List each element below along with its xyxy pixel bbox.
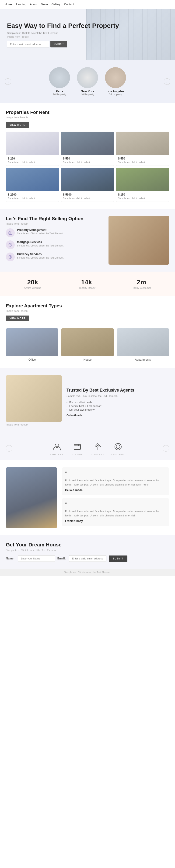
properties-rent-view-more[interactable]: VIEW MORE bbox=[6, 122, 29, 128]
stat-award-label: Award Winning bbox=[24, 286, 41, 289]
nav-gallery[interactable]: Gallery bbox=[52, 3, 60, 6]
keys-image bbox=[108, 216, 169, 265]
property-mgmt-icon bbox=[6, 228, 15, 237]
apt-apartments-name: Appartments bbox=[117, 358, 169, 361]
logos-next-button[interactable]: › bbox=[162, 445, 169, 452]
cities-prev-button[interactable]: ‹ bbox=[5, 79, 11, 85]
review-card-2: “ Proin sed libero enim sed faucibus tur… bbox=[62, 498, 169, 526]
property-price-2: $ 550 bbox=[63, 157, 112, 160]
trusted-image-from: Image from Freepik bbox=[6, 423, 62, 426]
logo-3: CONTENT bbox=[91, 441, 104, 456]
property-card-6[interactable]: $ 150 Sample text click to select bbox=[116, 168, 169, 202]
apt-office[interactable]: Office bbox=[6, 328, 58, 361]
explore-view-more[interactable]: VIEW MORE bbox=[6, 315, 29, 321]
city-losangeles: Los Angeles 34 property bbox=[105, 67, 126, 96]
dream-email-label: Email: bbox=[57, 557, 66, 560]
property-img-1 bbox=[6, 132, 59, 155]
cities-list: Paris 10 Property New York 46 Property L… bbox=[11, 67, 164, 96]
logos-prev-button[interactable]: ‹ bbox=[6, 445, 12, 452]
property-card-4[interactable]: $ 2500 Sample text click to select bbox=[6, 168, 59, 202]
nav-about[interactable]: About bbox=[30, 3, 37, 6]
hero-submit-button[interactable]: SUBMIT bbox=[50, 41, 67, 48]
logos-section: ‹ CONTENT CONTENT CONTENT bbox=[0, 436, 175, 460]
city-losangeles-count: 34 property bbox=[105, 93, 126, 96]
city-newyork-image bbox=[77, 67, 98, 88]
property-body-2: $ 550 Sample text click to select bbox=[61, 155, 114, 165]
dream-name-input[interactable] bbox=[18, 555, 55, 562]
apt-apartments[interactable]: Appartments bbox=[117, 328, 169, 361]
hero-text: Easy Way to Find a Perfect Property Samp… bbox=[7, 22, 168, 48]
service-mortgage-text: Mortgage Services Sample text. Click to … bbox=[17, 241, 64, 247]
trusted-list: Find excellent deals Friendly host & Fas… bbox=[67, 400, 134, 411]
explore-image-from: Image from Freepik bbox=[6, 309, 169, 312]
city-paris-count: 10 Property bbox=[49, 93, 70, 96]
property-grid: $ 250 Sample text click to select $ 550 … bbox=[6, 132, 169, 202]
trusted-author: Celia Almeda bbox=[67, 414, 134, 417]
stat-property-value: 14k bbox=[77, 279, 95, 286]
svg-rect-3 bbox=[74, 444, 80, 450]
properties-rent-title: Properties For Rent bbox=[6, 110, 169, 115]
logo-label-2: CONTENT bbox=[71, 454, 84, 456]
stat-customer-value: 2m bbox=[132, 279, 151, 286]
stat-customer-label: Happy Customer bbox=[132, 286, 151, 289]
selling-title: Let's Find The Right Selling Option bbox=[6, 216, 104, 221]
service-mortgage: Mortgage Services Sample text. Click to … bbox=[6, 241, 104, 249]
reviewer-name-2: Frank Kinney bbox=[65, 520, 166, 523]
service-property-mgmt-desc: Sample text. Click to select the Text El… bbox=[17, 232, 64, 235]
logo-icon-2 bbox=[71, 441, 83, 453]
property-price-6: $ 150 bbox=[118, 193, 167, 196]
city-newyork-count: 46 Property bbox=[77, 93, 98, 96]
nav-landing[interactable]: Landing bbox=[16, 3, 26, 6]
dream-email-input[interactable] bbox=[69, 555, 106, 562]
city-paris-name: Paris bbox=[49, 90, 70, 93]
city-newyork-name: New York bbox=[77, 90, 98, 93]
selling-right-image bbox=[108, 216, 169, 265]
mortgage-icon bbox=[6, 241, 15, 249]
property-desc-1: Sample text click to select bbox=[8, 161, 57, 164]
stat-property: 14k Property Ready bbox=[77, 279, 95, 289]
city-losangeles-name: Los Angeles bbox=[105, 90, 126, 93]
property-card-5[interactable]: $ 5600 Sample rext click to select bbox=[61, 168, 114, 202]
trusted-title: Trusted By Best Exclusive Agents bbox=[67, 388, 134, 393]
logos-list: CONTENT CONTENT CONTENT bbox=[12, 441, 162, 456]
property-body-4: $ 2500 Sample text click to select bbox=[6, 191, 59, 202]
properties-rent-section: Properties For Rent Image from Freepik V… bbox=[0, 103, 175, 209]
dream-form: Name: Email: SUBMIT bbox=[6, 555, 169, 562]
trusted-list-item-2: Friendly host & Fast support bbox=[67, 404, 134, 408]
stat-award-value: 20k bbox=[24, 279, 41, 286]
nav-team[interactable]: Team bbox=[41, 3, 48, 6]
logo-label-1: CONTENT bbox=[50, 454, 64, 456]
trusted-list-item-3: List your own property bbox=[67, 408, 134, 411]
hero-section: Easy Way to Find a Perfect Property Samp… bbox=[0, 9, 175, 60]
stat-property-label: Property Ready bbox=[77, 286, 95, 289]
properties-rent-image-from: Image from Freepik bbox=[6, 116, 169, 119]
apt-house-name: House bbox=[61, 358, 114, 361]
property-img-3 bbox=[116, 132, 169, 155]
property-body-3: $ 550 Sample text click to select bbox=[116, 155, 169, 165]
city-losangeles-image bbox=[105, 67, 126, 88]
nav-home[interactable]: Home bbox=[5, 3, 12, 6]
property-card-1[interactable]: $ 250 Sample text click to select bbox=[6, 132, 59, 166]
apt-office-img bbox=[6, 328, 58, 356]
trusted-section: Image from Freepik Trusted By Best Exclu… bbox=[0, 368, 175, 436]
dream-submit-button[interactable]: SUBMIT bbox=[109, 556, 127, 562]
property-card-3[interactable]: $ 550 Sample text click to select bbox=[116, 132, 169, 166]
logo-1: CONTENT bbox=[50, 441, 64, 456]
hero-email-input[interactable] bbox=[7, 41, 49, 48]
cities-next-button[interactable]: › bbox=[164, 79, 170, 85]
apt-apartments-img bbox=[117, 328, 169, 356]
property-body-1: $ 250 Sample text click to select bbox=[6, 155, 59, 165]
dream-name-label: Name: bbox=[6, 557, 15, 560]
review-text-1: Proin sed libero enim sed faucibus turpi… bbox=[65, 478, 166, 487]
property-desc-4: Sample text click to select bbox=[8, 197, 57, 200]
footer-text: Sample text. Click to select the Text El… bbox=[6, 571, 169, 574]
hero-image-from: Image from Freepik bbox=[7, 35, 168, 38]
service-mortgage-desc: Sample text. Click to select the Text El… bbox=[17, 244, 64, 247]
stats-section: 20k Award Winning 14k Property Ready 2m … bbox=[0, 272, 175, 296]
property-price-3: $ 550 bbox=[118, 157, 167, 160]
apt-house[interactable]: House bbox=[61, 328, 114, 361]
nav-contact[interactable]: Contact bbox=[64, 3, 74, 6]
property-desc-2: Sample text click to select bbox=[63, 161, 112, 164]
property-card-2[interactable]: $ 550 Sample text click to select bbox=[61, 132, 114, 166]
logo-icon-4 bbox=[112, 441, 124, 453]
